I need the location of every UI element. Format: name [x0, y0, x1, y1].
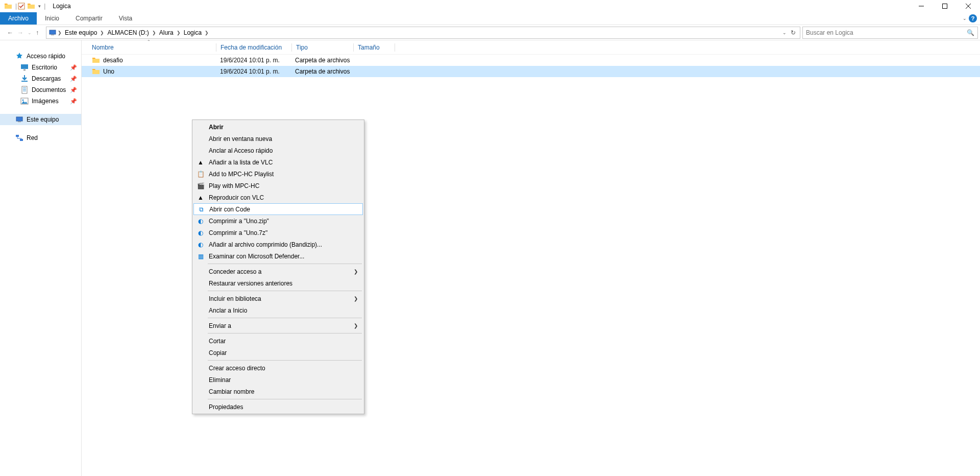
- ctx-label: Restaurar versiones anteriores: [209, 280, 292, 287]
- ctx-send-to[interactable]: Enviar a❯: [193, 320, 363, 331]
- ctx-separator: [208, 318, 362, 318]
- title-bar: | ▾ | Logica: [0, 0, 980, 12]
- chevron-right-icon[interactable]: ❯: [176, 30, 182, 35]
- ctx-properties[interactable]: Propiedades: [193, 401, 363, 413]
- search-icon[interactable]: 🔍: [967, 29, 974, 36]
- chevron-right-icon[interactable]: ❯: [151, 30, 157, 35]
- qa-folder-icon[interactable]: [27, 2, 35, 10]
- crumb-thispc[interactable]: Este equipo: [63, 29, 99, 36]
- ctx-pin-quick[interactable]: Anclar al Acceso rápido: [193, 145, 363, 156]
- ctx-label: Añadir al archivo comprimido (Bandizip).…: [209, 241, 322, 248]
- search-box[interactable]: 🔍: [802, 27, 978, 39]
- download-icon: [20, 75, 29, 83]
- crumb-drive[interactable]: ALMACEN (D:): [105, 29, 151, 36]
- ctx-open-code[interactable]: ⧉Abrir con Code: [193, 203, 363, 215]
- file-name: desafio: [103, 57, 123, 64]
- ctx-label: Anclar al Acceso rápido: [209, 147, 273, 154]
- address-bar[interactable]: ❯ Este equipo ❯ ALMACEN (D:) ❯ Alura ❯ L…: [46, 27, 800, 39]
- sidebar-item-thispc[interactable]: Este equipo: [0, 114, 81, 125]
- ctx-include-library[interactable]: Incluir en biblioteca❯: [193, 293, 363, 304]
- file-type: Carpeta de archivos: [291, 57, 352, 64]
- ctx-open-new-window[interactable]: Abrir en ventana nueva: [193, 133, 363, 145]
- forward-button[interactable]: →: [17, 29, 23, 36]
- file-row[interactable]: desafio 19/6/2024 10:01 p. m. Carpeta de…: [82, 55, 980, 66]
- ctx-copy[interactable]: Copiar: [193, 347, 363, 359]
- col-separator[interactable]: [395, 43, 395, 52]
- ctx-compress-zip[interactable]: ◐Comprimir a "Uno.zip": [193, 215, 363, 227]
- up-button[interactable]: ↑: [36, 29, 39, 36]
- ctx-delete[interactable]: Eliminar: [193, 374, 363, 386]
- sidebar-item-documents[interactable]: Documentos 📌: [0, 84, 81, 96]
- ctx-create-shortcut[interactable]: Crear acceso directo: [193, 362, 363, 374]
- ctx-label: Cortar: [209, 338, 226, 345]
- ctx-open[interactable]: Abrir: [193, 121, 363, 133]
- col-header-size[interactable]: Tamaño: [354, 40, 395, 54]
- tab-share[interactable]: Compartir: [67, 12, 111, 25]
- playlist-icon: 📋: [197, 170, 205, 178]
- ribbon-collapse-icon[interactable]: ⌄: [963, 16, 967, 21]
- sidebar-item-desktop[interactable]: Escritorio 📌: [0, 62, 81, 73]
- crumb-alura[interactable]: Alura: [157, 29, 176, 36]
- ctx-compress-bandizip[interactable]: ◐Añadir al archivo comprimido (Bandizip)…: [193, 239, 363, 250]
- file-row[interactable]: Uno 19/6/2024 10:01 p. m. Carpeta de arc…: [82, 66, 980, 77]
- ctx-label: Crear acceso directo: [209, 365, 265, 372]
- ctx-rename[interactable]: Cambiar nombre: [193, 386, 363, 397]
- refresh-button[interactable]: ↻: [791, 29, 796, 36]
- chevron-right-icon[interactable]: ❯: [57, 30, 63, 35]
- ctx-label: Reproducir con VLC: [209, 194, 264, 201]
- ctx-label: Add to MPC-HC Playlist: [209, 171, 274, 178]
- crumb-logica[interactable]: Logica: [182, 29, 204, 36]
- sidebar-quick-access[interactable]: Acceso rápido: [0, 51, 81, 62]
- vscode-icon: ⧉: [197, 205, 205, 213]
- tab-file[interactable]: Archivo: [0, 12, 37, 25]
- play-icon: 🎬: [197, 182, 205, 190]
- chevron-right-icon[interactable]: ❯: [204, 30, 210, 35]
- help-icon[interactable]: ?: [969, 14, 977, 22]
- sidebar-item-network[interactable]: Red: [0, 132, 81, 144]
- svg-rect-3: [51, 35, 54, 35]
- ctx-label: Copiar: [209, 349, 227, 356]
- ctx-vlc-add[interactable]: ▲Añadir a la lista de VLC: [193, 156, 363, 168]
- ctx-separator: [208, 333, 362, 334]
- checkbox-icon[interactable]: [18, 3, 25, 10]
- ctx-mpc-play[interactable]: 🎬Play with MPC-HC: [193, 180, 363, 192]
- svg-rect-1: [943, 4, 947, 9]
- tab-home[interactable]: Inicio: [37, 12, 67, 25]
- qa-dropdown-icon[interactable]: ▾: [38, 4, 41, 9]
- document-icon: [20, 86, 29, 94]
- ctx-restore-versions[interactable]: Restaurar versiones anteriores: [193, 277, 363, 289]
- col-header-name[interactable]: Nombre ⌃: [82, 40, 216, 54]
- close-button[interactable]: [957, 0, 980, 12]
- file-type: Carpeta de archivos: [291, 68, 352, 75]
- sidebar-item-downloads[interactable]: Descargas 📌: [0, 73, 81, 84]
- ctx-give-access[interactable]: Conceder acceso a❯: [193, 266, 363, 277]
- bandizip-icon: ◐: [197, 217, 205, 225]
- col-label: Tamaño: [358, 44, 380, 51]
- address-dropdown-icon[interactable]: ⌄: [782, 30, 787, 35]
- vlc-icon: ▲: [197, 158, 205, 166]
- defender-icon: ▦: [197, 252, 205, 260]
- search-input[interactable]: [806, 29, 967, 36]
- ctx-cut[interactable]: Cortar: [193, 335, 363, 347]
- ctx-vlc-play[interactable]: ▲Reproducir con VLC: [193, 192, 363, 203]
- ctx-compress-7z[interactable]: ◐Comprimir a "Uno.7z": [193, 227, 363, 239]
- sidebar-item-pictures[interactable]: Imágenes 📌: [0, 96, 81, 107]
- pc-icon: [15, 115, 23, 124]
- tab-view[interactable]: Vista: [111, 12, 140, 25]
- ctx-label: Enviar a: [209, 322, 231, 329]
- ctx-mpc-add[interactable]: 📋Add to MPC-HC Playlist: [193, 168, 363, 180]
- ctx-pin-start[interactable]: Anclar a Inicio: [193, 304, 363, 316]
- ctx-label: Anclar a Inicio: [209, 307, 247, 314]
- chevron-right-icon[interactable]: ❯: [99, 30, 105, 35]
- svg-rect-5: [23, 69, 26, 70]
- maximize-button[interactable]: [933, 0, 957, 12]
- col-header-type[interactable]: Tipo: [292, 40, 353, 54]
- history-dropdown-icon[interactable]: ⌄: [28, 30, 32, 35]
- back-button[interactable]: ←: [7, 29, 13, 36]
- column-headers: Nombre ⌃ Fecha de modificación Tipo Tama…: [82, 40, 980, 55]
- ctx-label: Incluir en biblioteca: [209, 295, 261, 302]
- sidebar-item-label: Este equipo: [27, 116, 59, 123]
- ctx-defender[interactable]: ▦Examinar con Microsoft Defender...: [193, 250, 363, 262]
- minimize-button[interactable]: [910, 0, 933, 12]
- col-header-date[interactable]: Fecha de modificación: [216, 40, 291, 54]
